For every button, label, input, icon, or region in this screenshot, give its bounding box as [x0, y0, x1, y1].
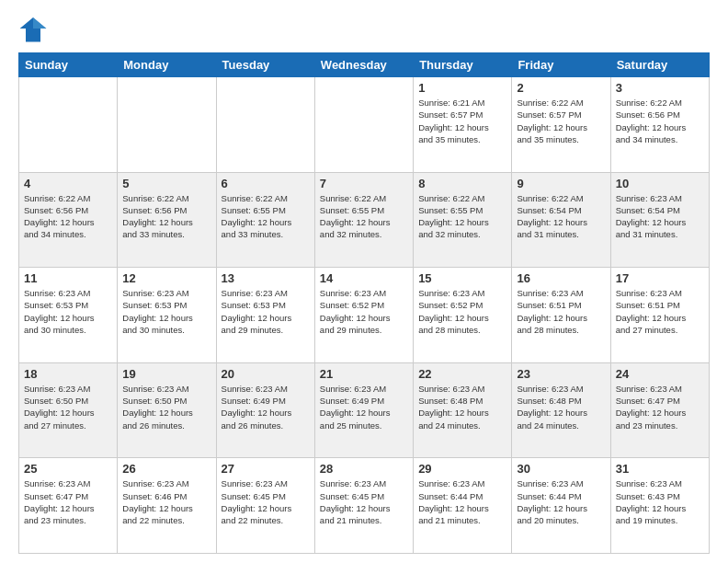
day-info: Sunrise: 6:23 AM Sunset: 6:45 PM Dayligh… [222, 477, 310, 526]
calendar-cell: 31Sunrise: 6:23 AM Sunset: 6:43 PM Dayli… [610, 458, 709, 554]
day-number: 6 [222, 177, 310, 190]
day-number: 2 [517, 81, 605, 95]
calendar-week-3: 11Sunrise: 6:23 AM Sunset: 6:53 PM Dayli… [19, 268, 710, 363]
calendar-cell: 13Sunrise: 6:23 AM Sunset: 6:53 PM Dayli… [216, 268, 314, 363]
calendar-header-friday: Friday [512, 53, 610, 77]
calendar-cell: 27Sunrise: 6:23 AM Sunset: 6:45 PM Dayli… [216, 458, 314, 554]
calendar-cell [118, 77, 216, 173]
day-info: Sunrise: 6:23 AM Sunset: 6:50 PM Dayligh… [24, 383, 112, 431]
day-number: 23 [517, 367, 605, 381]
day-info: Sunrise: 6:23 AM Sunset: 6:51 PM Dayligh… [517, 287, 605, 336]
calendar-cell: 6Sunrise: 6:22 AM Sunset: 6:55 PM Daylig… [216, 172, 314, 268]
calendar-cell: 19Sunrise: 6:23 AM Sunset: 6:50 PM Dayli… [118, 362, 216, 458]
day-info: Sunrise: 6:22 AM Sunset: 6:56 PM Dayligh… [24, 192, 112, 241]
day-info: Sunrise: 6:23 AM Sunset: 6:46 PM Dayligh… [122, 477, 210, 526]
calendar-week-2: 4Sunrise: 6:22 AM Sunset: 6:56 PM Daylig… [19, 172, 710, 268]
calendar-cell: 29Sunrise: 6:23 AM Sunset: 6:44 PM Dayli… [414, 458, 512, 554]
calendar-cell: 12Sunrise: 6:23 AM Sunset: 6:53 PM Dayli… [118, 268, 216, 363]
calendar-table: SundayMondayTuesdayWednesdayThursdayFrid… [18, 52, 710, 554]
day-info: Sunrise: 6:23 AM Sunset: 6:48 PM Dayligh… [418, 383, 506, 431]
calendar-cell: 1Sunrise: 6:21 AM Sunset: 6:57 PM Daylig… [414, 77, 512, 173]
calendar-cell: 21Sunrise: 6:23 AM Sunset: 6:49 PM Dayli… [314, 362, 413, 458]
day-info: Sunrise: 6:22 AM Sunset: 6:55 PM Dayligh… [222, 192, 310, 241]
header [18, 14, 710, 43]
day-info: Sunrise: 6:23 AM Sunset: 6:49 PM Dayligh… [222, 383, 310, 431]
calendar-header-saturday: Saturday [610, 53, 709, 77]
day-info: Sunrise: 6:23 AM Sunset: 6:52 PM Dayligh… [320, 287, 408, 336]
day-number: 19 [122, 367, 210, 381]
day-number: 11 [24, 271, 112, 285]
day-info: Sunrise: 6:23 AM Sunset: 6:52 PM Dayligh… [418, 287, 506, 336]
calendar-cell [314, 77, 413, 173]
svg-marker-1 [33, 17, 46, 29]
calendar-cell: 3Sunrise: 6:22 AM Sunset: 6:56 PM Daylig… [610, 77, 709, 173]
calendar-cell: 5Sunrise: 6:22 AM Sunset: 6:56 PM Daylig… [118, 172, 216, 268]
day-info: Sunrise: 6:23 AM Sunset: 6:47 PM Dayligh… [616, 383, 704, 431]
day-info: Sunrise: 6:22 AM Sunset: 6:55 PM Dayligh… [418, 192, 506, 241]
calendar-cell: 24Sunrise: 6:23 AM Sunset: 6:47 PM Dayli… [610, 362, 709, 458]
day-info: Sunrise: 6:22 AM Sunset: 6:56 PM Dayligh… [122, 192, 210, 241]
day-number: 4 [24, 177, 112, 190]
calendar-week-4: 18Sunrise: 6:23 AM Sunset: 6:50 PM Dayli… [19, 362, 710, 458]
day-info: Sunrise: 6:23 AM Sunset: 6:44 PM Dayligh… [517, 477, 605, 526]
calendar-cell: 30Sunrise: 6:23 AM Sunset: 6:44 PM Dayli… [512, 458, 610, 554]
day-number: 5 [122, 177, 210, 190]
calendar-cell: 22Sunrise: 6:23 AM Sunset: 6:48 PM Dayli… [414, 362, 512, 458]
calendar-cell: 2Sunrise: 6:22 AM Sunset: 6:57 PM Daylig… [512, 77, 610, 173]
calendar-cell: 8Sunrise: 6:22 AM Sunset: 6:55 PM Daylig… [414, 172, 512, 268]
day-number: 10 [616, 177, 704, 190]
calendar-cell: 26Sunrise: 6:23 AM Sunset: 6:46 PM Dayli… [118, 458, 216, 554]
day-info: Sunrise: 6:22 AM Sunset: 6:55 PM Dayligh… [320, 192, 408, 241]
day-info: Sunrise: 6:23 AM Sunset: 6:45 PM Dayligh… [320, 477, 408, 526]
day-info: Sunrise: 6:23 AM Sunset: 6:49 PM Dayligh… [320, 383, 408, 431]
day-number: 20 [222, 367, 310, 381]
day-info: Sunrise: 6:22 AM Sunset: 6:57 PM Dayligh… [517, 97, 605, 145]
calendar-header-wednesday: Wednesday [314, 53, 413, 77]
page: SundayMondayTuesdayWednesdayThursdayFrid… [0, 0, 728, 563]
day-number: 27 [222, 462, 310, 476]
calendar-cell: 18Sunrise: 6:23 AM Sunset: 6:50 PM Dayli… [19, 362, 118, 458]
calendar-header-thursday: Thursday [414, 53, 512, 77]
day-number: 8 [418, 177, 506, 190]
day-info: Sunrise: 6:23 AM Sunset: 6:51 PM Dayligh… [616, 287, 704, 336]
day-number: 13 [222, 271, 310, 285]
calendar-cell: 23Sunrise: 6:23 AM Sunset: 6:48 PM Dayli… [512, 362, 610, 458]
day-number: 28 [320, 462, 408, 476]
day-number: 1 [418, 81, 506, 95]
day-number: 26 [122, 462, 210, 476]
calendar-header-monday: Monday [118, 53, 216, 77]
calendar-cell [216, 77, 314, 173]
calendar-cell: 7Sunrise: 6:22 AM Sunset: 6:55 PM Daylig… [314, 172, 413, 268]
day-info: Sunrise: 6:23 AM Sunset: 6:50 PM Dayligh… [122, 383, 210, 431]
day-info: Sunrise: 6:23 AM Sunset: 6:53 PM Dayligh… [24, 287, 112, 336]
calendar-header-sunday: Sunday [19, 53, 118, 77]
day-info: Sunrise: 6:23 AM Sunset: 6:54 PM Dayligh… [616, 192, 704, 241]
calendar-header-tuesday: Tuesday [216, 53, 314, 77]
day-number: 31 [616, 462, 704, 476]
day-info: Sunrise: 6:23 AM Sunset: 6:53 PM Dayligh… [122, 287, 210, 336]
day-number: 25 [24, 462, 112, 476]
day-info: Sunrise: 6:23 AM Sunset: 6:44 PM Dayligh… [418, 477, 506, 526]
day-number: 12 [122, 271, 210, 285]
day-number: 15 [418, 271, 506, 285]
day-number: 14 [320, 271, 408, 285]
calendar-cell: 14Sunrise: 6:23 AM Sunset: 6:52 PM Dayli… [314, 268, 413, 363]
day-number: 21 [320, 367, 408, 381]
day-number: 17 [616, 271, 704, 285]
day-info: Sunrise: 6:23 AM Sunset: 6:47 PM Dayligh… [24, 477, 112, 526]
calendar-week-1: 1Sunrise: 6:21 AM Sunset: 6:57 PM Daylig… [19, 77, 710, 173]
calendar-cell: 9Sunrise: 6:22 AM Sunset: 6:54 PM Daylig… [512, 172, 610, 268]
calendar-cell: 11Sunrise: 6:23 AM Sunset: 6:53 PM Dayli… [19, 268, 118, 363]
logo-icon [18, 14, 48, 43]
calendar-cell: 25Sunrise: 6:23 AM Sunset: 6:47 PM Dayli… [19, 458, 118, 554]
day-info: Sunrise: 6:22 AM Sunset: 6:56 PM Dayligh… [616, 97, 704, 145]
day-number: 24 [616, 367, 704, 381]
logo [18, 14, 50, 43]
calendar-cell: 10Sunrise: 6:23 AM Sunset: 6:54 PM Dayli… [610, 172, 709, 268]
day-number: 3 [616, 81, 704, 95]
day-info: Sunrise: 6:22 AM Sunset: 6:54 PM Dayligh… [517, 192, 605, 241]
calendar-week-5: 25Sunrise: 6:23 AM Sunset: 6:47 PM Dayli… [19, 458, 710, 554]
calendar-cell: 20Sunrise: 6:23 AM Sunset: 6:49 PM Dayli… [216, 362, 314, 458]
day-info: Sunrise: 6:23 AM Sunset: 6:48 PM Dayligh… [517, 383, 605, 431]
day-number: 18 [24, 367, 112, 381]
